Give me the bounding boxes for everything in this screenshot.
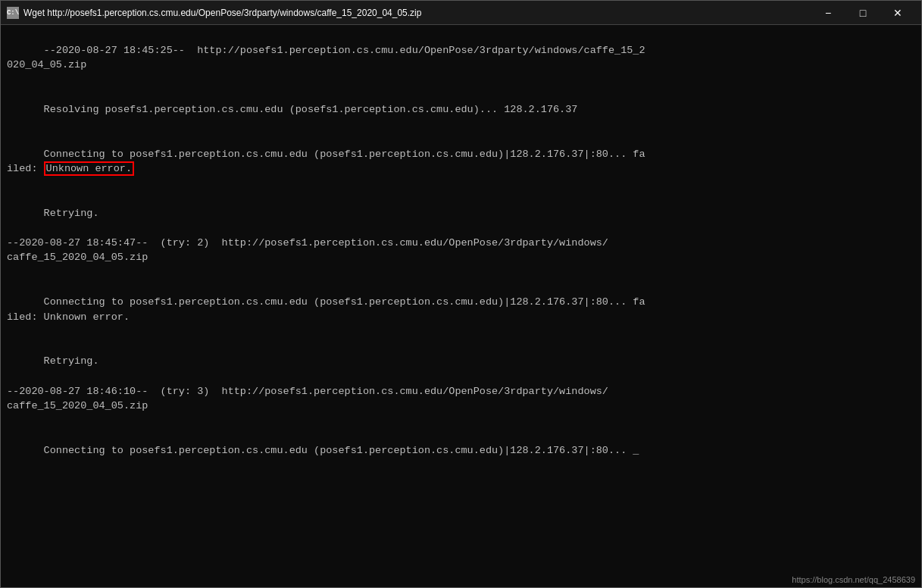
window-title: Wget http://posefs1.perception.cs.cmu.ed… — [23, 8, 811, 18]
line-connecting-3: Connecting to posefs1.perception.cs.cmu.… — [44, 445, 639, 456]
line-retrying-1: Retrying. — [44, 208, 99, 219]
window-icon: C:\ — [7, 7, 19, 19]
terminal-output: --2020-08-27 18:45:25-- http://posefs1.p… — [7, 28, 915, 473]
titlebar: C:\ Wget http://posefs1.perception.cs.cm… — [1, 1, 921, 25]
line-connecting-2: Connecting to posefs1.perception.cs.cmu.… — [7, 296, 645, 323]
line-try2: --2020-08-27 18:45:47-- (try: 2) http://… — [7, 237, 608, 264]
line-try3: --2020-08-27 18:46:10-- (try: 3) http://… — [7, 386, 608, 412]
minimize-button[interactable]: − — [811, 1, 845, 25]
watermark: https://blog.csdn.net/qq_2458639 — [792, 575, 915, 584]
line-wget-start: --2020-08-27 18:45:25-- http://posefs1.p… — [7, 45, 645, 71]
terminal-window: C:\ Wget http://posefs1.perception.cs.cm… — [0, 0, 922, 588]
window-controls: − □ ✕ — [811, 1, 915, 25]
close-button[interactable]: ✕ — [880, 1, 915, 25]
line-resolving: Resolving posefs1.perception.cs.cmu.edu … — [44, 104, 578, 115]
unknown-error-highlight: Unknown error. — [44, 161, 134, 176]
terminal-body: --2020-08-27 18:45:25-- http://posefs1.p… — [1, 25, 921, 587]
maximize-button[interactable]: □ — [845, 1, 880, 25]
line-retrying-2: Retrying. — [44, 355, 99, 367]
